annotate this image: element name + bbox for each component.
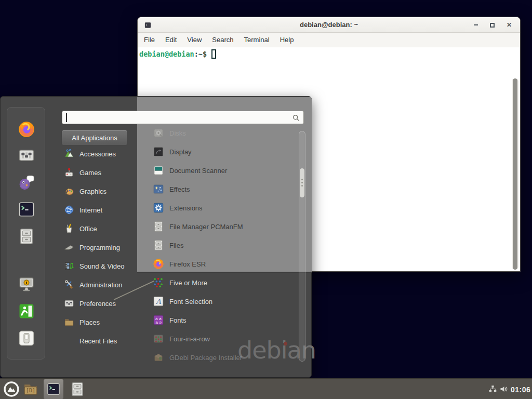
programming-icon xyxy=(64,242,74,252)
file-cabinet-icon xyxy=(153,221,164,232)
document-scanner-icon xyxy=(153,165,164,176)
application-menu: debian xyxy=(0,96,312,378)
app-firefox-esr[interactable]: Firefox ESR xyxy=(148,255,296,273)
menu-terminal[interactable]: Terminal xyxy=(239,36,275,44)
app-gdebi-package-installer[interactable]: GDebi Package Installer xyxy=(148,348,296,367)
places-icon xyxy=(64,317,74,327)
fonts-icon: a aa ə xyxy=(153,314,164,326)
menu-view[interactable]: View xyxy=(182,36,207,44)
terminal-cursor xyxy=(211,49,216,59)
app-display[interactable]: Display xyxy=(148,142,296,161)
scrollbar-grip-dot xyxy=(301,182,303,183)
administration-icon xyxy=(64,280,74,290)
five-or-more-icon xyxy=(153,277,164,288)
terminal-scrollbar[interactable] xyxy=(512,78,518,270)
four-in-a-row-icon xyxy=(153,333,164,344)
terminal-icon xyxy=(46,382,61,396)
svg-text:a ə: a ə xyxy=(155,320,162,325)
files-launcher[interactable] xyxy=(70,381,85,397)
menu-edit[interactable]: Edit xyxy=(160,36,182,44)
category-preferences[interactable]: Preferences xyxy=(61,294,139,313)
svg-text:[D]: [D] xyxy=(26,388,35,393)
preferences-icon xyxy=(64,298,74,309)
app-extensions[interactable]: Extensions xyxy=(148,198,296,217)
extensions-icon xyxy=(153,202,164,214)
terminal-menubar: File Edit View Search Terminal Help xyxy=(138,33,520,47)
scrollbar-grip-dot xyxy=(301,179,303,180)
category-programming[interactable]: Programming xyxy=(61,238,139,257)
app-font-selection[interactable]: A Font Selection xyxy=(148,292,296,311)
firefox-icon xyxy=(153,258,164,270)
app-file-manager-pcmanfm[interactable]: File Manager PCManFM xyxy=(148,217,296,236)
prompt-user-host: debian@debian xyxy=(139,50,194,58)
effects-icon xyxy=(153,183,164,195)
window-title: debian@debian: ~ xyxy=(138,21,520,29)
close-icon[interactable]: ✕ xyxy=(507,22,512,28)
app-files[interactable]: Files xyxy=(148,236,296,255)
taskbar: [D] 01:06 xyxy=(0,378,532,399)
display-icon xyxy=(153,146,164,157)
clock[interactable]: 01:06 xyxy=(511,385,530,394)
category-administration[interactable]: Administration xyxy=(61,275,139,294)
terminal-scrollbar-thumb[interactable] xyxy=(513,78,517,270)
text-caret xyxy=(66,113,67,122)
category-internet[interactable]: Internet xyxy=(61,201,139,219)
file-cabinet-icon xyxy=(153,240,164,251)
terminal-titlebar[interactable]: debian@debian: ~ ✕ xyxy=(138,17,520,33)
font-selection-icon: A xyxy=(153,296,164,307)
favorite-shut-down[interactable] xyxy=(18,329,35,347)
prompt-suffix: :~$ xyxy=(194,50,207,58)
favorite-firefox[interactable] xyxy=(18,121,35,138)
category-graphics[interactable]: Graphics xyxy=(61,182,139,201)
minimize-icon[interactable] xyxy=(474,24,478,25)
menu-file[interactable]: File xyxy=(139,36,160,44)
disks-icon xyxy=(153,127,164,139)
app-document-scanner[interactable]: Document Scanner xyxy=(148,161,296,180)
category-places[interactable]: Places xyxy=(61,313,139,331)
category-office[interactable]: Office xyxy=(61,219,139,238)
favorite-control-center[interactable] xyxy=(18,147,35,164)
graphics-icon xyxy=(64,186,74,196)
menu-button[interactable] xyxy=(3,381,20,397)
category-accessories[interactable]: Accessories xyxy=(61,144,139,163)
app-four-in-a-row[interactable]: Four-in-a-row xyxy=(148,329,296,348)
games-icon xyxy=(64,167,74,178)
favorite-file-cabinet[interactable] xyxy=(18,228,35,245)
category-games[interactable]: Games xyxy=(61,163,139,182)
menu-search[interactable]: Search xyxy=(207,36,238,44)
search-icon xyxy=(292,114,300,122)
app-list-scrollbar[interactable] xyxy=(299,131,305,362)
search-input[interactable] xyxy=(62,111,304,124)
terminal-task-button[interactable] xyxy=(44,379,63,399)
all-applications-button[interactable]: All Applications xyxy=(61,130,128,145)
favorite-log-out[interactable] xyxy=(18,302,35,320)
app-fonts[interactable]: a aa ə Fonts xyxy=(148,311,296,329)
menu-help[interactable]: Help xyxy=(275,36,299,44)
category-sound-video[interactable]: Sound & Video xyxy=(61,257,139,275)
category-recent-files[interactable]: Recent Files xyxy=(61,331,139,350)
favorite-terminal[interactable] xyxy=(18,201,35,218)
favorite-lock-screen[interactable] xyxy=(18,275,35,293)
app-effects[interactable]: Effects xyxy=(148,180,296,198)
favorites-panel xyxy=(7,107,45,360)
network-icon[interactable] xyxy=(488,385,497,393)
internet-icon xyxy=(64,205,74,215)
scrollbar-grip-dot xyxy=(301,185,303,187)
app-list-scrollbar-thumb[interactable] xyxy=(300,168,304,197)
file-manager-launcher[interactable]: [D] xyxy=(23,381,38,397)
favorite-pidgin[interactable] xyxy=(18,174,35,191)
office-icon xyxy=(64,223,74,234)
desktop: debian@debian: ~ ✕ File Edit View Search… xyxy=(0,0,532,399)
svg-text:A: A xyxy=(155,297,162,305)
terminal-app-icon xyxy=(144,21,152,29)
sound-video-icon xyxy=(64,261,74,271)
app-five-or-more[interactable]: Five or More xyxy=(148,273,296,292)
accessories-icon xyxy=(64,149,74,159)
app-disks[interactable]: Disks xyxy=(148,124,296,142)
maximize-icon[interactable] xyxy=(490,23,495,28)
gdebi-icon xyxy=(153,352,164,363)
volume-icon[interactable] xyxy=(499,385,509,393)
